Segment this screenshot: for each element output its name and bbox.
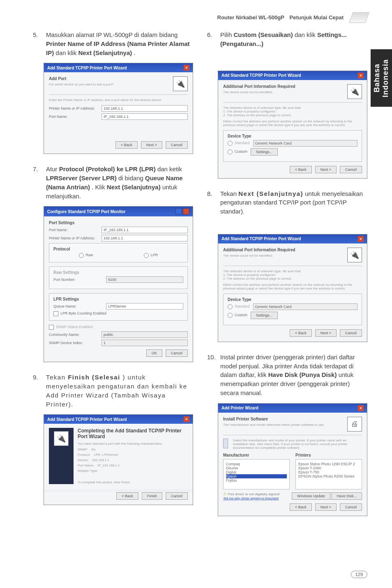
back-button[interactable]: < Back bbox=[290, 166, 312, 173]
step-7-number: 7. bbox=[33, 165, 42, 200]
select-standard-card bbox=[253, 140, 357, 147]
dialog-title: Configure Standard TCP/IP Port Monitor bbox=[47, 209, 125, 214]
panel-desc2: Either correct the address and perform a… bbox=[223, 119, 362, 127]
back-button[interactable]: < Back bbox=[290, 329, 312, 337]
panel-li2: 2. The address on the previous page is c… bbox=[223, 277, 362, 280]
step-5: 5. Masukkan alamat IP WL-500gP di dalam … bbox=[33, 30, 193, 57]
link-driver-signing[interactable]: Tell me why driver signing is important bbox=[223, 496, 279, 500]
cancel-button[interactable]: Cancel bbox=[166, 492, 188, 500]
screenshot-step10: Add Printer Wizard × 🖨 Install Printer S… bbox=[218, 403, 367, 516]
printer-port-icon: 🔌 bbox=[173, 76, 188, 91]
dialog-title: Add Standard TCP/IP Printer Port Wizard bbox=[221, 73, 301, 78]
have-disk-button[interactable]: Have Disk... bbox=[331, 492, 362, 500]
step-6-text: Pilih Custom (Sesuaikan) dan klik Settin… bbox=[220, 30, 367, 48]
list-printers[interactable]: Epson Stylus Photo 1290 ESC/P 2 Epson T-… bbox=[295, 459, 362, 489]
panel-heading: Add Port bbox=[49, 76, 188, 81]
list-item-selected[interactable]: Epson bbox=[226, 474, 287, 478]
close-icon[interactable]: × bbox=[358, 236, 364, 242]
checkbox-lpr-byte-counting[interactable]: LPR Byte Counting Enabled bbox=[53, 311, 183, 316]
input-queue-name[interactable] bbox=[106, 303, 183, 310]
label-queue-name: Queue Name: bbox=[53, 304, 103, 308]
panel-desc1: The detected device is of unknown type. … bbox=[223, 269, 362, 273]
printer-port-icon: 🔌 bbox=[54, 431, 69, 446]
cancel-button[interactable]: Cancel bbox=[340, 166, 362, 173]
cancel-button[interactable]: Cancel bbox=[166, 349, 188, 357]
ok-button[interactable]: OK bbox=[146, 349, 162, 357]
input-port-name[interactable] bbox=[101, 113, 188, 120]
step-10-text: Instal printer driver (penggerak printer… bbox=[220, 353, 367, 397]
label-printer-ip: Printer Name or IP Address: bbox=[49, 236, 98, 240]
panel-heading: Additional Port Information Required bbox=[223, 248, 362, 252]
cancel-button[interactable]: Cancel bbox=[340, 329, 362, 337]
panel-li1: 1. The device is properly configured. bbox=[223, 110, 362, 113]
tab-port-settings[interactable]: Port Settings bbox=[49, 220, 188, 225]
panel-desc: Enter the Printer Name or IP address, an… bbox=[49, 98, 188, 102]
list-item[interactable]: Epson T-1000 bbox=[298, 466, 359, 470]
printer-port-icon: 🔌 bbox=[347, 248, 362, 262]
panel-heading: Install Printer Software bbox=[223, 417, 362, 421]
close-icon[interactable]: × bbox=[184, 416, 189, 422]
language-tab: Bahasa Indonesia bbox=[371, 49, 392, 107]
settings-button[interactable]: Settings... bbox=[251, 148, 278, 156]
summary-list: SNMP: No Protocol: LPR, LPRServer Device… bbox=[78, 447, 188, 473]
radio-standard[interactable]: Standard bbox=[228, 304, 250, 309]
back-button[interactable]: < Back bbox=[290, 503, 312, 511]
finish-button[interactable]: Finish bbox=[142, 492, 162, 500]
back-button[interactable]: < Back bbox=[116, 492, 138, 500]
radio-custom[interactable]: Custom bbox=[228, 149, 247, 154]
step-9: 9. Tekan Finish (Selesai ) untuk menyele… bbox=[33, 373, 193, 409]
input-port-name[interactable] bbox=[101, 227, 188, 233]
radio-custom[interactable]: Custom bbox=[228, 313, 247, 318]
wizard-complete-heading: Completing the Add Standard TCP/IP Print… bbox=[78, 428, 188, 439]
next-button[interactable]: Next > bbox=[315, 329, 337, 337]
input-printer-ip[interactable] bbox=[101, 235, 188, 241]
cancel-button[interactable]: Cancel bbox=[340, 503, 362, 511]
label-port-name: Port Name: bbox=[49, 228, 98, 232]
next-button[interactable]: Next > bbox=[315, 166, 337, 173]
screenshot-step9: Add Standard TCP/IP Printer Port Wizard … bbox=[44, 414, 193, 505]
radio-raw[interactable]: Raw bbox=[79, 253, 93, 258]
checkbox-snmp-status[interactable]: SNMP Status Enabled bbox=[49, 325, 188, 330]
next-button[interactable]: Next > bbox=[315, 503, 337, 511]
back-button[interactable]: < Back bbox=[115, 141, 138, 149]
dialog-title: Add Standard TCP/IP Printer Port Wizard bbox=[47, 66, 127, 70]
settings-button[interactable]: Settings... bbox=[251, 312, 278, 319]
label-printer-ip: Printer Name or IP Address: bbox=[49, 106, 98, 110]
label-port-name: Port Name: bbox=[49, 115, 98, 119]
list-item[interactable]: Compaq bbox=[226, 462, 287, 466]
input-printer-ip[interactable] bbox=[101, 105, 188, 112]
step-6: 6. Pilih Custom (Sesuaikan) dan klik Set… bbox=[207, 30, 367, 48]
page-number: 129 bbox=[351, 571, 367, 578]
list-item[interactable]: Diconix bbox=[226, 466, 287, 470]
input-raw-port bbox=[106, 276, 183, 283]
panel-subheading: The device could not be identified. bbox=[223, 254, 362, 257]
list-item[interactable]: Fujitsu bbox=[226, 478, 287, 482]
panel-desc: Select the manufacturer and model of you… bbox=[233, 439, 362, 450]
close-icon[interactable]: × bbox=[358, 73, 364, 78]
step-9-number: 9. bbox=[33, 373, 42, 409]
radio-standard[interactable]: Standard bbox=[228, 141, 250, 146]
screenshot-step8: Add Standard TCP/IP Printer Port Wizard … bbox=[218, 234, 367, 342]
list-manufacturer[interactable]: Compaq Diconix Digital Epson Fujitsu bbox=[223, 459, 290, 489]
close-icon[interactable]: × bbox=[358, 405, 364, 411]
list-item[interactable]: Epson T-750 bbox=[298, 470, 359, 474]
device-type-heading: Device Type bbox=[228, 134, 357, 138]
step-10-number: 10. bbox=[207, 353, 216, 397]
list-item[interactable]: Epson Stylus Photo 1290 ESC/P 2 bbox=[298, 462, 359, 466]
panel-heading: Additional Port Information Required bbox=[223, 84, 362, 89]
windows-update-button[interactable]: Windows Update bbox=[292, 492, 330, 500]
step-8-text: Tekan Next (Selanjutnya) untuk menyelesa… bbox=[220, 189, 367, 216]
window-controls-icon[interactable] bbox=[175, 208, 189, 215]
step-6-number: 6. bbox=[207, 30, 216, 48]
list-item[interactable]: EPSON Stylus Photo R200 Series bbox=[298, 474, 359, 478]
printer-port-icon: 🔌 bbox=[347, 84, 362, 99]
cancel-button[interactable]: Cancel bbox=[166, 141, 188, 149]
radio-lpr[interactable]: LPR bbox=[144, 253, 158, 258]
lpr-settings-heading: LPR Settings bbox=[53, 297, 183, 301]
protocol-heading: Protocol bbox=[53, 247, 183, 251]
next-button[interactable]: Next > bbox=[141, 141, 162, 149]
close-icon[interactable]: × bbox=[184, 65, 189, 71]
list-item[interactable]: Digital bbox=[226, 470, 287, 474]
panel-desc2: Either correct the address and perform a… bbox=[223, 283, 362, 290]
dialog-title: Add Printer Wizard bbox=[221, 406, 258, 410]
